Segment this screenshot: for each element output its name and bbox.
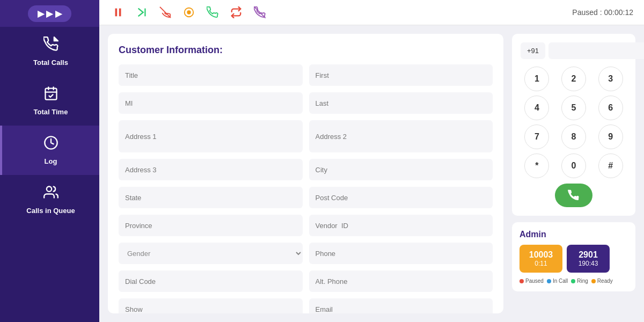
- dial-7[interactable]: 7: [524, 125, 549, 149]
- call-button[interactable]: [555, 184, 592, 207]
- dial-hash[interactable]: #: [598, 153, 623, 178]
- toolbar-status: Paused : 00:00:12: [572, 8, 633, 17]
- dial-9[interactable]: 9: [598, 125, 623, 149]
- dial-2[interactable]: 2: [561, 67, 586, 91]
- svg-rect-0: [45, 89, 56, 100]
- sidebar-item-total-calls[interactable]: Total Calls: [0, 27, 99, 76]
- gender-select[interactable]: Gender Male Female Other: [119, 243, 303, 264]
- pause-button[interactable]: [110, 4, 126, 20]
- agent-cards: 10003 0:11 2901 190:43: [519, 245, 628, 273]
- address1-field[interactable]: [119, 120, 303, 152]
- answer-button[interactable]: [204, 4, 221, 20]
- admin-title: Admin: [519, 230, 628, 239]
- right-panel: 1 2 3 4 5 6 7 8 9 * 0 #: [512, 34, 635, 313]
- legend: Paused In Call Ring Ready: [519, 278, 628, 284]
- phone-field[interactable]: [309, 243, 493, 264]
- main-content: Paused : 00:00:12 Customer Information:: [99, 0, 644, 322]
- dial-1[interactable]: 1: [524, 67, 549, 91]
- customer-form: Gender Male Female Other: [119, 64, 493, 313]
- agent-time-10003: 0:11: [527, 260, 555, 267]
- svg-rect-6: [115, 9, 118, 17]
- dialpad-panel: 1 2 3 4 5 6 7 8 9 * 0 #: [512, 34, 635, 216]
- content-area: Customer Information: Gender Male Female: [99, 25, 644, 322]
- ready-label: Ready: [597, 278, 613, 284]
- mi-field[interactable]: [119, 92, 303, 114]
- legend-ready: Ready: [591, 278, 613, 284]
- sidebar-item-total-time[interactable]: Total Time: [0, 76, 99, 126]
- hangup-button[interactable]: [157, 4, 173, 20]
- in-call-label: In Call: [553, 278, 568, 284]
- email-field[interactable]: [309, 298, 493, 313]
- record-button[interactable]: [181, 4, 197, 20]
- sidebar-logo: ▶ ▶ ▶: [28, 5, 71, 22]
- legend-in-call: In Call: [547, 278, 568, 284]
- city-field[interactable]: [309, 159, 493, 180]
- calendar-icon: [43, 86, 58, 105]
- dialpad-grid: 1 2 3 4 5 6 7 8 9 * 0 #: [521, 67, 627, 178]
- agent-time-2901: 190:43: [574, 260, 602, 267]
- total-time-label: Total Time: [34, 108, 68, 116]
- ring-label: Ring: [577, 278, 588, 284]
- paused-dot: [519, 279, 524, 283]
- customer-info-title: Customer Information:: [119, 45, 493, 56]
- sidebar-item-calls-in-queue[interactable]: Calls in Queue: [0, 175, 99, 224]
- phone-icon: [43, 36, 58, 55]
- dial-0[interactable]: 0: [561, 153, 586, 178]
- agent-card-10003: 10003 0:11: [519, 245, 562, 273]
- toolbar-buttons: [110, 4, 268, 20]
- dialpad-input-row: [521, 42, 627, 59]
- agent-card-2901: 2901 190:43: [567, 245, 610, 273]
- state-field[interactable]: [119, 187, 303, 208]
- hold-button[interactable]: [252, 4, 268, 20]
- total-calls-label: Total Calls: [33, 58, 68, 67]
- transfer-button[interactable]: [228, 4, 244, 20]
- address3-field[interactable]: [119, 159, 303, 180]
- ring-dot: [571, 279, 575, 283]
- users-icon: [43, 185, 58, 203]
- agent-id-10003: 10003: [527, 250, 555, 260]
- province-field[interactable]: [119, 215, 303, 236]
- legend-paused: Paused: [519, 278, 544, 284]
- sidebar-item-log[interactable]: Log: [0, 126, 99, 175]
- legend-ring: Ring: [571, 278, 588, 284]
- toolbar: Paused : 00:00:12: [99, 0, 644, 25]
- svg-point-5: [46, 187, 51, 192]
- log-label: Log: [45, 157, 57, 165]
- calls-in-queue-label: Calls in Queue: [26, 207, 75, 215]
- in-call-dot: [547, 279, 551, 283]
- altphone-field[interactable]: [309, 270, 493, 292]
- address2-field[interactable]: [309, 120, 493, 152]
- country-code-input[interactable]: [521, 42, 545, 59]
- title-field[interactable]: [119, 64, 303, 86]
- sidebar: ▶ ▶ ▶ Total Calls Total Time: [0, 0, 99, 322]
- admin-panel: Admin 10003 0:11 2901 190:43 Paused: [512, 222, 635, 291]
- clock-icon: [43, 135, 58, 154]
- dial-6[interactable]: 6: [598, 96, 623, 120]
- svg-point-11: [187, 10, 191, 14]
- skip-button[interactable]: [134, 4, 150, 20]
- first-field[interactable]: [309, 64, 493, 86]
- dial-star[interactable]: *: [524, 153, 549, 178]
- customer-panel: Customer Information: Gender Male Female: [108, 34, 503, 313]
- ready-dot: [591, 279, 596, 283]
- dial-8[interactable]: 8: [561, 125, 586, 149]
- dial-4[interactable]: 4: [524, 96, 549, 120]
- show-field[interactable]: [119, 298, 303, 313]
- vendorid-field[interactable]: [309, 215, 493, 236]
- dial-5[interactable]: 5: [561, 96, 586, 120]
- paused-label: Paused: [525, 278, 544, 284]
- postcode-field[interactable]: [309, 187, 493, 208]
- dial-3[interactable]: 3: [598, 67, 623, 91]
- dialcode-field[interactable]: [119, 270, 303, 292]
- svg-rect-7: [119, 9, 121, 17]
- phone-number-input[interactable]: [548, 42, 644, 59]
- sidebar-header: ▶ ▶ ▶: [0, 0, 99, 27]
- last-field[interactable]: [309, 92, 493, 114]
- agent-id-2901: 2901: [574, 250, 602, 260]
